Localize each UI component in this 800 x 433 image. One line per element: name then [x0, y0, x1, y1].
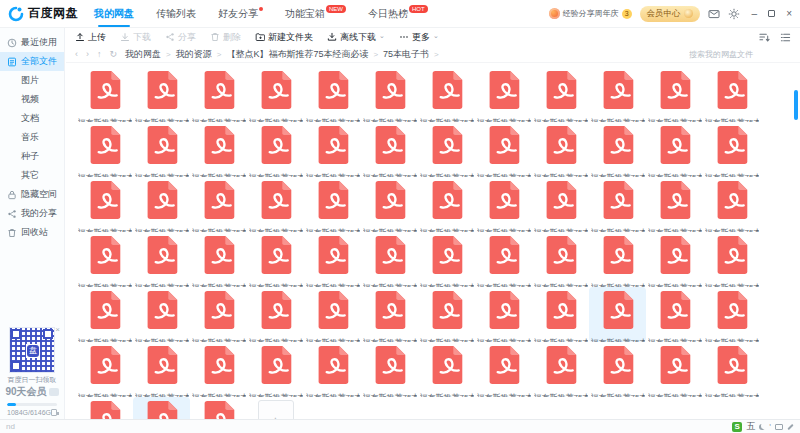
file-tile-pdf[interactable]: 福布斯推荐75本经..	[190, 342, 247, 397]
file-tile-pdf[interactable]: 福布斯推荐75本经..	[361, 232, 418, 287]
file-tile-pdf[interactable]: 福布斯推荐75本经..	[304, 67, 361, 122]
file-tile-pdf[interactable]: 福布斯推荐75本经..	[589, 67, 646, 122]
scrollbar-thumb[interactable]	[794, 90, 798, 120]
file-tile-pdf[interactable]: 福布斯推荐75本经..	[475, 67, 532, 122]
message-button[interactable]	[708, 8, 720, 20]
offline-download-button[interactable]: 离线下载⌄	[327, 31, 385, 44]
file-tile-pdf[interactable]: 福布斯推荐75本经..	[589, 232, 646, 287]
close-button[interactable]: ×	[786, 9, 792, 19]
file-tile-pdf[interactable]: 福布斯推荐75本经..	[361, 342, 418, 397]
file-tile-pdf[interactable]: 福布斯推荐75本经..	[190, 232, 247, 287]
search-input[interactable]	[689, 50, 799, 59]
file-tile-pdf[interactable]: 福布斯推荐75本经..	[133, 397, 190, 419]
file-tile-pdf[interactable]: 福布斯推荐75本经..	[247, 67, 304, 122]
sidebar-item-hidden-space[interactable]: 隐藏空间	[0, 185, 64, 204]
minimize-button[interactable]: –	[752, 9, 758, 19]
sidebar-item-torrents[interactable]: 种子	[0, 147, 64, 166]
ime-punct-icon[interactable]: '	[769, 422, 771, 432]
sidebar-item-videos[interactable]: 视频	[0, 90, 64, 109]
sidebar-item-recycle-bin[interactable]: 回收站	[0, 223, 64, 242]
new-folder-button[interactable]: 新建文件夹	[255, 31, 313, 44]
file-tile-pdf[interactable]: 福布斯推荐75本经..	[646, 287, 703, 342]
breadcrumb-item-1[interactable]: 我的资源	[176, 48, 212, 61]
file-tile-pdf[interactable]: 福布斯推荐75本经..	[475, 122, 532, 177]
file-tile-pdf[interactable]: 福布斯推荐75本经..	[133, 287, 190, 342]
tab-toolbox[interactable]: 功能宝箱NEW	[285, 0, 346, 27]
file-tile-pdf[interactable]: 福布斯推荐75本经..	[304, 342, 361, 397]
file-tile-pdf[interactable]: 福布斯推荐75本经..	[133, 67, 190, 122]
file-tile-pdf[interactable]: 福布斯推荐75本经..	[361, 67, 418, 122]
vip-center-button[interactable]: 会员中心	[640, 6, 700, 22]
file-tile-pdf[interactable]: 福布斯推荐75本经..	[646, 67, 703, 122]
add-file-tile[interactable]: +	[247, 397, 304, 419]
file-tile-pdf[interactable]: 福布斯推荐75本经..	[418, 342, 475, 397]
file-tile-pdf[interactable]: 福布斯推荐75本经..	[247, 122, 304, 177]
file-tile-pdf[interactable]: 福布斯推荐75本经..	[76, 122, 133, 177]
file-tile-pdf[interactable]: 福布斯推荐75本经..	[703, 342, 760, 397]
file-tile-pdf[interactable]: 福布斯推荐75本经..	[703, 287, 760, 342]
tab-hot-today[interactable]: 今日热榜HOT	[368, 0, 428, 27]
file-tile-pdf[interactable]: 福布斯推荐75本经..	[532, 232, 589, 287]
sidebar-item-recent[interactable]: 最近使用	[0, 33, 64, 52]
file-tile-pdf[interactable]: 福布斯推荐75本经..	[133, 177, 190, 232]
sort-button[interactable]	[759, 32, 770, 43]
file-tile-pdf[interactable]: 福布斯推荐75本经..	[589, 342, 646, 397]
file-tile-pdf[interactable]: 福布斯推荐75本经..	[247, 232, 304, 287]
ime-keyboard-icon[interactable]	[775, 424, 783, 430]
ime-toolbox-icon[interactable]	[787, 423, 793, 429]
file-tile-pdf[interactable]: 福布斯推荐75本经..	[475, 342, 532, 397]
up-level-button[interactable]: ↑	[97, 49, 102, 59]
tab-my-drive[interactable]: 我的网盘	[94, 0, 134, 27]
delete-button[interactable]: 删除	[210, 31, 241, 44]
file-tile-pdf[interactable]: 福布斯推荐75本经..	[361, 177, 418, 232]
settings-button[interactable]	[728, 8, 740, 20]
file-tile-pdf[interactable]: 福布斯推荐75本经..	[475, 232, 532, 287]
file-tile-pdf[interactable]: 福布斯推荐75本经..	[532, 67, 589, 122]
file-tile-pdf[interactable]: 福布斯推荐75本经..	[76, 177, 133, 232]
qr-close-button[interactable]: ×	[55, 325, 60, 334]
file-tile-pdf[interactable]: 福布斯推荐75本经..	[190, 397, 247, 419]
download-button[interactable]: 下载	[120, 31, 151, 44]
tab-friend-share[interactable]: 好友分享	[218, 0, 263, 27]
upload-button[interactable]: 上传	[75, 31, 106, 44]
file-tile-pdf[interactable]: 福布斯推荐75本经..	[532, 342, 589, 397]
file-tile-pdf[interactable]: 福布斯推荐75本经..	[247, 342, 304, 397]
file-tile-pdf[interactable]: 福布斯推荐75本经..	[76, 67, 133, 122]
file-tile-pdf[interactable]: 福布斯推荐75本经..	[133, 232, 190, 287]
breadcrumb-item-3[interactable]: 75本电子书	[383, 48, 429, 61]
file-tile-pdf[interactable]: 福布斯推荐75本经..	[76, 287, 133, 342]
file-tile-pdf[interactable]: 福布斯推荐75本经..	[133, 342, 190, 397]
file-tile-pdf[interactable]: 福布斯推荐75本经..	[418, 122, 475, 177]
file-tile-pdf[interactable]: 福布斯推荐75本经..	[361, 287, 418, 342]
sidebar-item-all-files[interactable]: 全部文件	[0, 52, 64, 71]
sidebar-item-music[interactable]: 音乐	[0, 128, 64, 147]
file-tile-pdf[interactable]: 福布斯推荐75本经..	[589, 177, 646, 232]
file-tile-pdf[interactable]: 福布斯推荐75本经..	[190, 287, 247, 342]
file-tile-pdf[interactable]: 福布斯推荐75本经..	[475, 287, 532, 342]
file-tile-pdf[interactable]: 福布斯推荐75本经..	[646, 122, 703, 177]
file-tile-pdf[interactable]: 福布斯推荐75本经..	[247, 287, 304, 342]
file-tile-pdf[interactable]: 福布斯推荐75本经..	[76, 342, 133, 397]
ime-engine-icon[interactable]: S	[732, 422, 742, 432]
file-tile-pdf[interactable]: 福布斯推荐75本经..	[304, 287, 361, 342]
file-tile-pdf[interactable]: 福布斯推荐75本经..	[304, 122, 361, 177]
tab-transfer-list[interactable]: 传输列表	[156, 0, 196, 27]
file-tile-pdf[interactable]: 福布斯推荐75本经..	[190, 67, 247, 122]
activity-entry[interactable]: 经验分享周年庆 3	[549, 8, 632, 19]
file-tile-pdf[interactable]: 福布斯推荐75本经..	[532, 177, 589, 232]
file-tile-pdf[interactable]: 福布斯推荐75本经..	[361, 122, 418, 177]
breadcrumb-item-2[interactable]: 【整点K】福布斯推荐75本经商必读	[226, 48, 368, 61]
ime-moon-icon[interactable]	[759, 424, 765, 430]
file-tile-pdf[interactable]: 福布斯推荐75本经..	[76, 397, 133, 419]
file-tile-pdf[interactable]: 福布斯推荐75本经..	[703, 232, 760, 287]
share-button[interactable]: 分享	[165, 31, 196, 44]
file-tile-pdf[interactable]: 福布斯推荐75本经..	[532, 287, 589, 342]
file-tile-pdf[interactable]: 福布斯推荐75本经..	[418, 177, 475, 232]
file-tile-pdf[interactable]: 福布斯推荐75本经..	[703, 177, 760, 232]
file-tile-pdf[interactable]: 福布斯推荐75本经..	[703, 122, 760, 177]
sidebar-item-my-shares[interactable]: 我的分享	[0, 204, 64, 223]
file-tile-pdf[interactable]: 福布斯推荐75本经..	[589, 287, 646, 342]
file-tile-pdf[interactable]: 福布斯推荐75本经..	[703, 67, 760, 122]
expand-storage-icon[interactable]	[51, 409, 57, 416]
file-tile-pdf[interactable]: 福布斯推荐75本经..	[532, 122, 589, 177]
